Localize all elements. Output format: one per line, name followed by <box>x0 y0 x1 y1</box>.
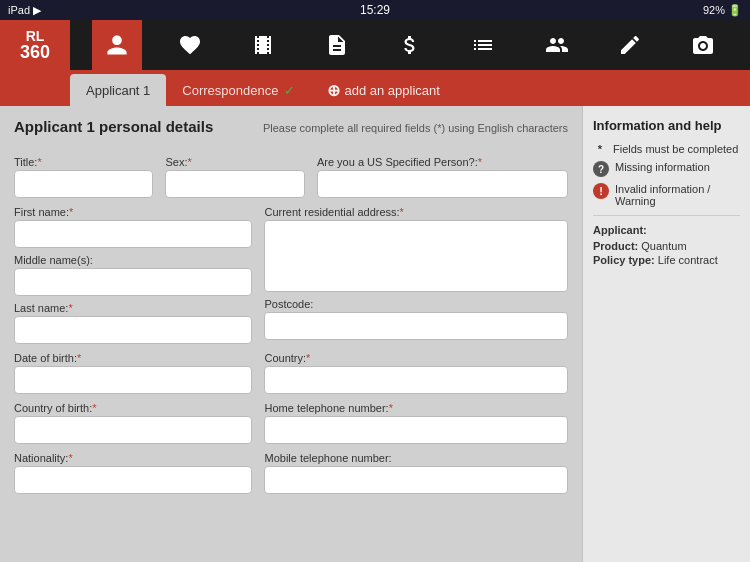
nav-person-icon[interactable] <box>92 20 142 70</box>
policy-type-detail: Policy type: Life contract <box>593 254 740 266</box>
title-input[interactable] <box>14 170 153 198</box>
status-bar-right: 92% 🔋 <box>703 4 742 17</box>
form-area: Applicant 1 personal details Please comp… <box>0 106 582 562</box>
sex-input[interactable] <box>165 170 304 198</box>
help-title: Information and help <box>593 118 740 133</box>
nav-edit-icon[interactable] <box>605 20 655 70</box>
field-dob-col: Date of birth:* <box>14 352 252 394</box>
form-row-1: Title:* Sex:* Are you a US Specified Per… <box>14 156 568 198</box>
form-note: Please complete all required fields (*) … <box>263 122 568 134</box>
mobiletelephone-label: Mobile telephone number: <box>264 452 568 464</box>
applicant-section-title: Applicant: <box>593 224 740 236</box>
check-icon: ✓ <box>284 83 295 98</box>
plus-icon: ⊕ <box>327 81 340 100</box>
middlename-input[interactable] <box>14 268 252 296</box>
title-required: * <box>37 156 41 168</box>
form-title: Applicant 1 personal details <box>14 118 213 135</box>
field-address-col: Current residential address:* Postcode: <box>264 206 568 344</box>
nav-heart-icon[interactable] <box>165 20 215 70</box>
nav-list-icon[interactable] <box>458 20 508 70</box>
cob-required: * <box>92 402 96 414</box>
help-item-required: * Fields must be completed <box>593 143 740 155</box>
warning-icon: ! <box>593 183 609 199</box>
asterisk-icon: * <box>593 143 607 155</box>
help-item-invalid: ! Invalid information / Warning <box>593 183 740 207</box>
lastname-required: * <box>68 302 72 314</box>
form-row-3: Date of birth:* Country:* <box>14 352 568 394</box>
nationality-required: * <box>68 452 72 464</box>
dob-input[interactable] <box>14 366 252 394</box>
sex-label: Sex:* <box>165 156 304 168</box>
policy-type-value: Life contract <box>658 254 718 266</box>
field-us-col: Are you a US Specified Person?:* <box>317 156 568 198</box>
hometelephone-label: Home telephone number:* <box>264 402 568 414</box>
main-content: Applicant 1 personal details Please comp… <box>0 106 750 562</box>
status-bar-left: iPad ▶ <box>8 4 41 17</box>
mobiletelephone-input[interactable] <box>264 466 568 494</box>
policy-type-label: Policy type: <box>593 254 655 266</box>
network-indicator: iPad ▶ <box>8 4 41 17</box>
top-nav: RL 360 <box>0 20 750 70</box>
postcode-input[interactable] <box>264 312 568 340</box>
country-label: Country:* <box>264 352 568 364</box>
nav-people-icon[interactable] <box>532 20 582 70</box>
hometel-required: * <box>389 402 393 414</box>
us-label: Are you a US Specified Person?:* <box>317 156 568 168</box>
countryofbirth-input[interactable] <box>14 416 252 444</box>
nav-film-icon[interactable] <box>238 20 288 70</box>
form-row-4: Country of birth:* Home telephone number… <box>14 402 568 444</box>
tab-correspondence-label: Correspondence <box>182 83 278 98</box>
field-country-col: Country:* <box>264 352 568 394</box>
battery-indicator: 92% 🔋 <box>703 4 742 17</box>
field-firstname-col: First name:* Middle name(s): Last name:* <box>14 206 252 344</box>
field-nationality-col: Nationality:* <box>14 452 252 494</box>
tab-applicant1-label: Applicant 1 <box>86 83 150 98</box>
tab-add-applicant[interactable]: ⊕ add an applicant <box>311 74 455 106</box>
lastname-input[interactable] <box>14 316 252 344</box>
nav-icons <box>70 20 750 70</box>
tab-correspondence[interactable]: Correspondence ✓ <box>166 74 311 106</box>
title-label: Title:* <box>14 156 153 168</box>
sex-required: * <box>187 156 191 168</box>
country-input[interactable] <box>264 366 568 394</box>
help-missing-text: Missing information <box>615 161 710 173</box>
nav-document-icon[interactable] <box>312 20 362 70</box>
help-invalid-text: Invalid information / Warning <box>615 183 740 207</box>
form-row-2: First name:* Middle name(s): Last name:*… <box>14 206 568 344</box>
dob-label: Date of birth:* <box>14 352 252 364</box>
help-item-missing: ? Missing information <box>593 161 740 177</box>
field-hometelephone-col: Home telephone number:* <box>264 402 568 444</box>
logo[interactable]: RL 360 <box>0 20 70 70</box>
us-required: * <box>478 156 482 168</box>
form-row-5: Nationality:* Mobile telephone number: <box>14 452 568 494</box>
field-title-col: Title:* <box>14 156 153 198</box>
sidebar-help: Information and help * Fields must be co… <box>582 106 750 562</box>
middlename-label: Middle name(s): <box>14 254 252 266</box>
postcode-label: Postcode: <box>264 298 568 310</box>
nav-dollar-icon[interactable] <box>385 20 435 70</box>
logo-line1: RL <box>26 29 45 43</box>
country-required: * <box>306 352 310 364</box>
product-detail: Product: Quantum <box>593 240 740 252</box>
product-label: Product: <box>593 240 638 252</box>
firstname-required: * <box>69 206 73 218</box>
help-required-text: Fields must be completed <box>613 143 738 155</box>
field-mobiletelephone-col: Mobile telephone number: <box>264 452 568 494</box>
hometelephone-input[interactable] <box>264 416 568 444</box>
us-input[interactable] <box>317 170 568 198</box>
field-countryofbirth-col: Country of birth:* <box>14 402 252 444</box>
dob-required: * <box>77 352 81 364</box>
nationality-input[interactable] <box>14 466 252 494</box>
tab-applicant1[interactable]: Applicant 1 <box>70 74 166 106</box>
status-bar: iPad ▶ 15:29 92% 🔋 <box>0 0 750 20</box>
address-input[interactable] <box>264 220 568 292</box>
address-label: Current residential address:* <box>264 206 568 218</box>
firstname-label: First name:* <box>14 206 252 218</box>
lastname-label: Last name:* <box>14 302 252 314</box>
tab-bar: Applicant 1 Correspondence ✓ ⊕ add an ap… <box>0 70 750 106</box>
tab-add-label: add an applicant <box>344 83 439 98</box>
field-sex-col: Sex:* <box>165 156 304 198</box>
question-icon: ? <box>593 161 609 177</box>
nav-photo-icon[interactable] <box>678 20 728 70</box>
firstname-input[interactable] <box>14 220 252 248</box>
